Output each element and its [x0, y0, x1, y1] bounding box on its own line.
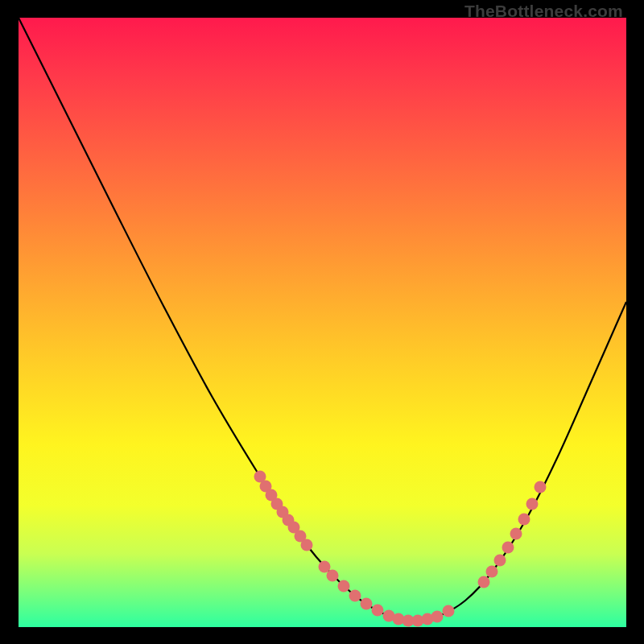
curve-marker: [526, 498, 539, 510]
curve-marker: [478, 576, 490, 588]
curve-marker: [535, 481, 547, 493]
watermark-text: TheBottleneck.com: [464, 2, 623, 21]
curve-marker: [372, 605, 384, 617]
curve-marker: [518, 514, 530, 526]
curve-marker: [502, 542, 514, 554]
curve-marker: [510, 528, 522, 540]
curve-marker: [301, 539, 313, 551]
chart-frame: TheBottleneck.com: [0, 0, 644, 644]
curve-marker: [431, 611, 444, 623]
curve-marker: [349, 590, 361, 602]
curve-marker: [338, 580, 350, 592]
chart-svg: [19, 18, 626, 627]
curve-markers: [254, 471, 547, 627]
curve-marker: [327, 570, 339, 582]
chart-plot-area: [19, 18, 626, 627]
curve-marker: [486, 566, 498, 578]
curve-marker: [443, 605, 455, 617]
curve-marker: [361, 598, 373, 610]
bottleneck-curve: [19, 18, 626, 621]
curve-marker: [494, 555, 506, 567]
